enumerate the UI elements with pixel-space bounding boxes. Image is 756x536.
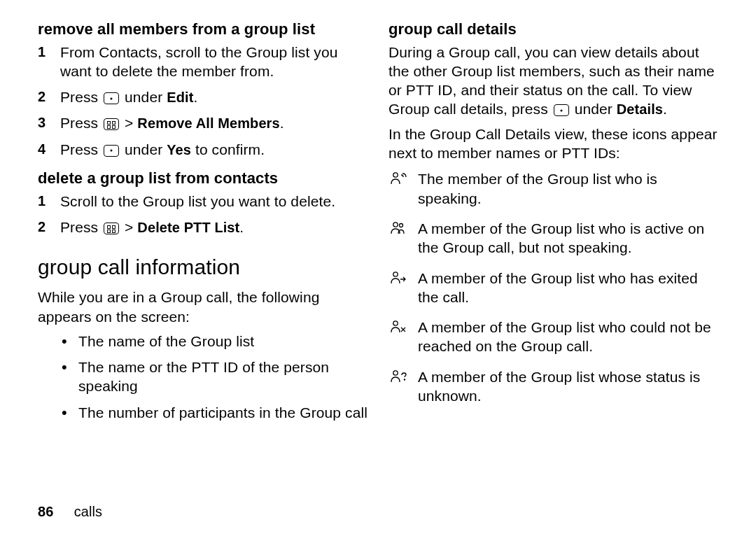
heading-group-call-info: group call information — [38, 253, 368, 281]
member-active-icon — [390, 220, 408, 234]
right-column: group call details During a Group call, … — [388, 20, 718, 429]
text: A member of the Group list who is active… — [418, 220, 704, 255]
list-item: The name or the PTT ID of the person spe… — [38, 358, 368, 396]
step: Scroll to the Group list you want to del… — [38, 192, 368, 211]
softkey-dot-icon — [104, 145, 119, 157]
list-item: A member of the Group list whose status … — [388, 367, 718, 406]
list-item: The number of participants in the Group … — [38, 403, 368, 422]
text: Press — [60, 115, 102, 131]
svg-point-2 — [400, 223, 403, 227]
list-item: A member of the Group list who could not… — [388, 318, 718, 356]
step: Press under Yes to confirm. — [38, 140, 368, 159]
text: . — [280, 115, 284, 131]
list-item: The name of the Group list — [38, 332, 368, 351]
heading-remove-all: remove all members from a group list — [38, 20, 368, 40]
label-remove-all-members: Remove All Members — [137, 115, 279, 131]
text: The member of the Group list who is spea… — [418, 171, 657, 206]
svg-point-1 — [393, 223, 398, 227]
bullet-list: The name of the Group list The name or t… — [38, 332, 368, 422]
label-details: Details — [617, 101, 663, 117]
page-number: 86 — [38, 502, 70, 521]
paragraph: During a Group call, you can view detail… — [388, 43, 718, 119]
text: . — [239, 219, 244, 235]
text: Press — [60, 141, 102, 157]
label-edit: Edit — [167, 90, 193, 105]
member-speaking-icon — [390, 170, 408, 184]
text: > — [120, 115, 137, 131]
text: > — [120, 219, 137, 235]
menu-key-icon — [104, 223, 119, 234]
step: From Contacts, scroll to the Group list … — [38, 43, 368, 81]
steps-delete-group: Scroll to the Group list you want to del… — [38, 192, 368, 237]
list-item: A member of the Group list who is active… — [388, 219, 718, 258]
member-exited-icon — [390, 269, 408, 283]
svg-point-5 — [393, 371, 398, 375]
left-column: remove all members from a group list Fro… — [38, 20, 368, 429]
heading-group-call-details: group call details — [388, 20, 718, 40]
menu-key-icon — [104, 118, 119, 130]
text: under — [120, 141, 167, 157]
svg-point-4 — [393, 321, 398, 325]
text: A member of the Group list who has exite… — [418, 270, 698, 305]
member-unreachable-icon — [390, 318, 408, 332]
text: . — [193, 89, 197, 105]
text: A member of the Group list whose status … — [418, 369, 700, 404]
step: Press > Remove All Members. — [38, 113, 368, 132]
text: A member of the Group list who could not… — [418, 319, 711, 354]
step: Press under Edit. — [38, 87, 368, 106]
page-footer: 86 calls — [38, 502, 102, 521]
text: . — [663, 101, 667, 117]
heading-delete-group: delete a group list from contacts — [38, 169, 368, 189]
text: to confirm. — [191, 141, 265, 157]
manual-page: remove all members from a group list Fro… — [0, 0, 756, 536]
text: under — [120, 89, 167, 105]
member-unknown-icon — [390, 368, 408, 382]
softkey-dot-icon — [104, 92, 119, 104]
icon-legend-list: The member of the Group list who is spea… — [388, 169, 718, 405]
section-name: calls — [74, 504, 103, 519]
paragraph: While you are in a Group call, the follo… — [38, 288, 368, 326]
label-delete-ptt-list: Delete PTT List — [137, 220, 239, 235]
svg-point-6 — [404, 379, 405, 380]
paragraph: In the Group Call Details view, these ic… — [388, 125, 718, 163]
steps-remove-all: From Contacts, scroll to the Group list … — [38, 43, 368, 159]
step: Press > Delete PTT List. — [38, 218, 368, 237]
two-column-layout: remove all members from a group list Fro… — [38, 20, 718, 429]
text: Press — [60, 219, 102, 235]
text: Press — [60, 89, 102, 105]
svg-point-0 — [393, 173, 398, 177]
label-yes: Yes — [167, 142, 191, 157]
svg-point-3 — [393, 271, 398, 276]
list-item: A member of the Group list who has exite… — [388, 269, 718, 307]
list-item: The member of the Group list who is spea… — [388, 169, 718, 208]
softkey-dot-icon — [554, 104, 569, 116]
text: under — [570, 101, 617, 117]
